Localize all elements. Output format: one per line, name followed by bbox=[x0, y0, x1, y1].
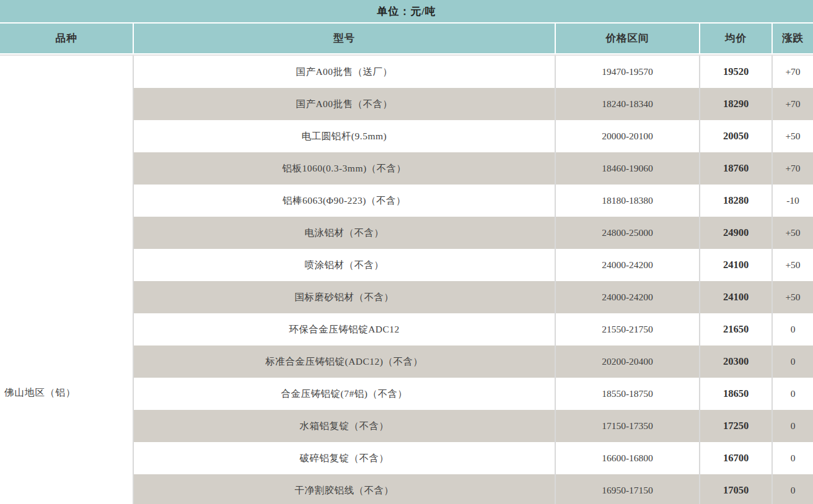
table-row: 电泳铝材（不含） 24800-25000 24900 +50 bbox=[134, 217, 813, 249]
table-row: 电工圆铝杆(9.5mm) 20000-20100 20050 +50 bbox=[134, 120, 813, 152]
model-cell: 水箱铝复锭（不含） bbox=[134, 410, 555, 442]
variety-label: 佛山地区（铝） bbox=[4, 386, 76, 399]
column-header-price-range: 价格区间 bbox=[556, 24, 699, 53]
unit-label: 单位：元/吨 bbox=[377, 4, 436, 19]
avg-price-cell: 21650 bbox=[700, 313, 771, 345]
change-cell: 0 bbox=[773, 410, 813, 442]
model-cell: 电工圆铝杆(9.5mm) bbox=[134, 120, 555, 152]
price-range-cell: 16600-16800 bbox=[556, 442, 699, 474]
model-cell: 国标磨砂铝材（不含） bbox=[134, 281, 555, 313]
price-range-cell: 16950-17150 bbox=[556, 474, 699, 504]
table-row: 铝棒6063(Φ90-223)（不含） 18180-18380 18280 -1… bbox=[134, 185, 813, 217]
model-cell: 电泳铝材（不含） bbox=[134, 217, 555, 249]
unit-bar: 单位：元/吨 bbox=[0, 0, 813, 22]
price-range-cell: 18550-18750 bbox=[556, 378, 699, 410]
change-cell: 0 bbox=[773, 313, 813, 345]
change-cell: +70 bbox=[773, 56, 813, 88]
avg-price-cell: 24100 bbox=[700, 249, 771, 281]
model-cell: 破碎铝复锭（不含） bbox=[134, 442, 555, 474]
avg-price-cell: 18280 bbox=[700, 185, 771, 217]
price-range-cell: 24800-25000 bbox=[556, 217, 699, 249]
avg-price-cell: 18760 bbox=[700, 152, 771, 185]
model-cell: 标准合金压铸铝锭(ADC12)（不含） bbox=[134, 345, 555, 378]
table-row: 合金压铸铝锭(7#铝)（不含） 18550-18750 18650 0 bbox=[134, 378, 813, 410]
price-range-cell: 24000-24200 bbox=[556, 281, 699, 313]
price-range-cell: 20200-20400 bbox=[556, 345, 699, 378]
price-range-cell: 19470-19570 bbox=[556, 56, 699, 88]
model-cell: 喷涂铝材（不含） bbox=[134, 249, 555, 281]
avg-price-cell: 18650 bbox=[700, 378, 771, 410]
avg-price-cell: 19520 bbox=[700, 56, 771, 88]
change-cell: 0 bbox=[773, 378, 813, 410]
model-cell: 合金压铸铝锭(7#铝)（不含） bbox=[134, 378, 555, 410]
model-cell: 国产A00批售（不含） bbox=[134, 88, 555, 120]
model-cell: 铝棒6063(Φ90-223)（不含） bbox=[134, 185, 555, 217]
price-range-cell: 18180-18380 bbox=[556, 185, 699, 217]
model-cell: 国产A00批售（送厂） bbox=[134, 56, 555, 88]
avg-price-cell: 17250 bbox=[700, 410, 771, 442]
avg-price-cell: 16700 bbox=[700, 442, 771, 474]
change-cell: +70 bbox=[773, 152, 813, 185]
change-cell: 0 bbox=[773, 345, 813, 378]
avg-price-cell: 17050 bbox=[700, 474, 771, 504]
price-range-cell: 18240-18340 bbox=[556, 88, 699, 120]
column-header-change: 涨跌 bbox=[773, 24, 813, 53]
change-cell: 0 bbox=[773, 474, 813, 504]
price-table-page: 单位：元/吨 品种 型号 价格区间 均价 涨跌 佛山地区（铝） 国产A00批售（… bbox=[0, 0, 813, 504]
table-row: 环保合金压铸铝锭ADC12 21550-21750 21650 0 bbox=[134, 313, 813, 345]
change-cell: 0 bbox=[773, 442, 813, 474]
table-rows: 国产A00批售（送厂） 19470-19570 19520 +70 国产A00批… bbox=[134, 56, 813, 504]
model-cell: 铝板1060(0.3-3mm)（不含） bbox=[134, 152, 555, 185]
column-header-avg-price: 均价 bbox=[700, 24, 771, 53]
change-cell: +70 bbox=[773, 88, 813, 120]
price-range-cell: 24000-24200 bbox=[556, 249, 699, 281]
avg-price-cell: 24900 bbox=[700, 217, 771, 249]
price-range-cell: 20000-20100 bbox=[556, 120, 699, 152]
change-cell: +50 bbox=[773, 120, 813, 152]
table-row: 国标磨砂铝材（不含） 24000-24200 24100 +50 bbox=[134, 281, 813, 313]
table-row: 国产A00批售（送厂） 19470-19570 19520 +70 bbox=[134, 56, 813, 88]
model-cell: 环保合金压铸铝锭ADC12 bbox=[134, 313, 555, 345]
table-row: 标准合金压铸铝锭(ADC12)（不含） 20200-20400 20300 0 bbox=[134, 345, 813, 378]
variety-cell: 佛山地区（铝） bbox=[0, 56, 133, 504]
table-header-row: 品种 型号 价格区间 均价 涨跌 bbox=[0, 24, 813, 53]
column-header-model: 型号 bbox=[134, 24, 555, 53]
change-cell: +50 bbox=[773, 249, 813, 281]
avg-price-cell: 20050 bbox=[700, 120, 771, 152]
avg-price-cell: 20300 bbox=[700, 345, 771, 378]
column-header-variety: 品种 bbox=[0, 24, 133, 53]
price-range-cell: 18460-19060 bbox=[556, 152, 699, 185]
table-row: 破碎铝复锭（不含） 16600-16800 16700 0 bbox=[134, 442, 813, 474]
table-row: 干净割胶铝线（不含） 16950-17150 17050 0 bbox=[134, 474, 813, 504]
avg-price-cell: 24100 bbox=[700, 281, 771, 313]
table-row: 水箱铝复锭（不含） 17150-17350 17250 0 bbox=[134, 410, 813, 442]
table-row: 国产A00批售（不含） 18240-18340 18290 +70 bbox=[134, 88, 813, 120]
avg-price-cell: 18290 bbox=[700, 88, 771, 120]
change-cell: +50 bbox=[773, 217, 813, 249]
change-cell: +50 bbox=[773, 281, 813, 313]
table-row: 喷涂铝材（不含） 24000-24200 24100 +50 bbox=[134, 249, 813, 281]
price-range-cell: 21550-21750 bbox=[556, 313, 699, 345]
price-range-cell: 17150-17350 bbox=[556, 410, 699, 442]
table-row: 铝板1060(0.3-3mm)（不含） 18460-19060 18760 +7… bbox=[134, 152, 813, 185]
change-cell: -10 bbox=[773, 185, 813, 217]
table-body: 佛山地区（铝） 国产A00批售（送厂） 19470-19570 19520 +7… bbox=[0, 54, 813, 504]
model-cell: 干净割胶铝线（不含） bbox=[134, 474, 555, 504]
